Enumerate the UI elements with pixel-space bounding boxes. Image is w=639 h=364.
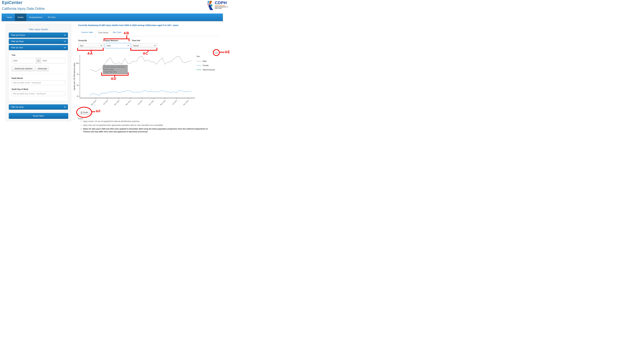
annotation-4d-line	[114, 75, 115, 77]
cdph-tagline-1: California Department of	[215, 6, 228, 8]
svg-text:Jul 2021: Jul 2021	[137, 100, 143, 105]
chevron-down-icon	[101, 45, 102, 46]
main-nav: HomeDeathsHospitalizationsED Visits	[2, 14, 223, 21]
chevron-down-icon	[154, 45, 156, 46]
section-person-label: Filter by Person	[11, 34, 25, 36]
svg-text:Nov 2020: Nov 2020	[114, 100, 120, 106]
svg-text:50: 50	[77, 84, 79, 86]
time-filter-panel: Year to Submit year selection Reset year…	[9, 50, 68, 101]
annotation-4e-line	[220, 52, 224, 52]
svg-text:100: 100	[76, 62, 79, 64]
cdph-wordmark: CDPH	[215, 0, 228, 5]
annotation-4c-label: 4-C	[143, 52, 148, 55]
annotation-4b-label: 4-B	[124, 31, 129, 35]
nav-item-ed-visits[interactable]: ED Visits	[45, 14, 59, 21]
tab-custom-table[interactable]: Custom Table	[81, 31, 93, 34]
legend-item-male[interactable]: Male	[197, 59, 215, 63]
sidebar-section-place[interactable]: Filter by Place	[9, 39, 68, 44]
reset-year-button[interactable]: Reset year	[36, 66, 49, 71]
annotation-4a-label: 4-A	[87, 52, 93, 55]
legend-item-female[interactable]: Female	[197, 63, 215, 68]
cdph-logo: CDPH California Department of Public Hea…	[207, 0, 228, 10]
group-by-value: Sex	[80, 44, 83, 47]
year-range-group: to	[12, 58, 65, 64]
time-unit-select[interactable]: Month	[132, 43, 157, 48]
svg-text:Mar 2020: Mar 2020	[91, 100, 97, 106]
nav-item-hospitalizations[interactable]: Hospitalizations	[26, 14, 45, 21]
sidebar-section-time[interactable]: Filter by Time	[9, 45, 68, 50]
year-to-input[interactable]	[41, 58, 65, 64]
section-place-label: Filter by Place	[11, 40, 24, 42]
legend-swatch	[197, 65, 201, 66]
chevron-down-icon	[64, 46, 66, 48]
annotation-4d-label: 4-D	[111, 77, 116, 80]
app-subtitle: California Injury Data Online	[2, 7, 45, 11]
legend-label: Male	[203, 60, 206, 62]
death-dow-input[interactable]	[12, 91, 65, 96]
note-item: •Rates for data years 2020 and 2021 were…	[81, 128, 213, 133]
filter-sidebar: Filter Injury Deaths Filter by Person Fi…	[6, 24, 71, 121]
legend-label: Female	[203, 64, 209, 66]
death-dow-label: Death Day of Week	[12, 88, 28, 90]
cdph-rule	[215, 6, 225, 6]
tooltip-period: Period Starting: 2020-05-01	[104, 66, 126, 68]
annotation-4c-bracket	[130, 48, 157, 51]
death-month-label: Death Month	[12, 77, 23, 79]
annotation-4a-bracket	[77, 48, 104, 51]
app-title: EpiCenter	[2, 0, 22, 5]
tooltip-group: Group: Male	[104, 68, 126, 71]
year-to-word: to	[36, 58, 41, 64]
submit-year-button[interactable]: Submit year selection	[12, 66, 35, 71]
year-from-input[interactable]	[12, 58, 36, 64]
summary-text: Currently displaying 81,060 injury death…	[78, 24, 215, 26]
annotation-4b-bracket	[104, 38, 130, 41]
annotation-4f-circle	[76, 107, 92, 118]
sidebar-title: Filter Injury Deaths	[6, 28, 71, 31]
injury-measure-value: Rate	[107, 44, 111, 47]
chart-legend: Sex MaleFemaleOther/Unknown	[197, 55, 215, 72]
group-by-select[interactable]: Sex	[78, 43, 104, 48]
section-time-label: Filter by Time	[11, 46, 23, 49]
y-axis-title: Injuries per 100,000 person-years	[73, 63, 75, 90]
annotation-4f-line	[91, 112, 95, 112]
notes-list: •Injury counts <11 are not graphed for d…	[81, 120, 213, 133]
california-icon	[207, 0, 214, 10]
tab-time-series-label: Time Series	[98, 32, 109, 38]
page: EpiCenter California Injury Data Online …	[0, 0, 233, 133]
year-label: Year	[12, 54, 16, 56]
sidebar-section-person[interactable]: Filter by Person	[9, 32, 68, 38]
tab-bar-chart[interactable]: Bar Chart	[113, 31, 121, 34]
death-month-input[interactable]	[12, 80, 65, 85]
note-item: •Injury counts <11 are not graphed for d…	[81, 120, 213, 123]
chevron-down-icon	[64, 40, 66, 42]
legend-item-other-unknown[interactable]: Other/Unknown	[197, 68, 215, 72]
annotation-4e-circle	[213, 49, 220, 56]
chevron-down-icon	[127, 45, 129, 46]
series-line-female	[90, 90, 191, 95]
svg-text:Nov 2022: Nov 2022	[183, 100, 189, 106]
svg-text:Nov 2021: Nov 2021	[148, 100, 154, 106]
sidebar-section-injury[interactable]: Filter by Injury	[9, 104, 68, 110]
chevron-down-icon	[64, 106, 66, 108]
reset-filters-button[interactable]: Reset Filters	[9, 113, 68, 119]
svg-text:Jul 2020: Jul 2020	[103, 100, 108, 105]
annotation-4f-label: 4-F	[96, 110, 101, 113]
note-item: •Injury rates are not graphed when appro…	[81, 124, 213, 127]
injury-measure-select[interactable]: Rate	[105, 43, 131, 48]
svg-text:Mar 2022: Mar 2022	[160, 100, 166, 106]
legend-swatch	[197, 61, 201, 61]
time-unit-value: Month	[133, 44, 139, 47]
annotation-4b-line	[126, 35, 127, 38]
svg-text:Jul 2022: Jul 2022	[172, 100, 178, 105]
group-by-label: Group By	[78, 40, 87, 42]
nav-item-deaths[interactable]: Deaths	[15, 14, 26, 21]
cdph-tagline-2: Public Health	[215, 8, 228, 9]
legend-title: Sex	[197, 55, 215, 58]
legend-swatch	[197, 70, 201, 70]
nav-item-home[interactable]: Home	[4, 14, 15, 21]
legend-label: Other/Unknown	[203, 69, 215, 71]
tab-time-series[interactable]: Time Series	[96, 30, 111, 38]
svg-text:75: 75	[77, 73, 79, 75]
svg-text:25: 25	[77, 95, 79, 97]
svg-text:Mar 2021: Mar 2021	[125, 100, 131, 106]
